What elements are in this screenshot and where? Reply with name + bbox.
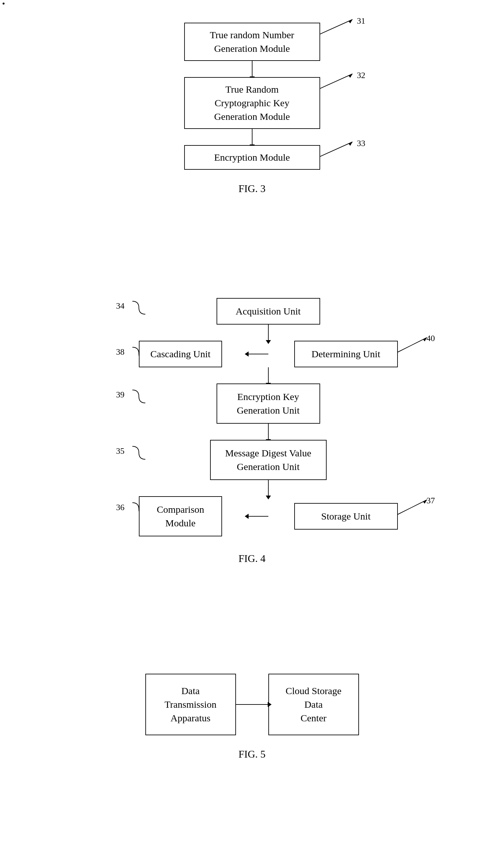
fig4-encryption-key-text: Encryption KeyGeneration Unit bbox=[237, 391, 300, 416]
ref39-bracket bbox=[123, 388, 148, 405]
svg-line-6 bbox=[398, 337, 427, 352]
fig5-box1-text: Data TransmissionApparatus bbox=[164, 685, 217, 723]
fig4-ref40: 40 bbox=[427, 334, 435, 343]
ref35-bracket bbox=[123, 445, 148, 461]
fig4-ref37: 37 bbox=[427, 496, 435, 506]
fig3-diagram: True random Number Generation Module 31 bbox=[139, 13, 365, 170]
fig4-label: FIG. 4 bbox=[0, 552, 504, 565]
fig3-box2-text: True RandomCryptographic KeyGeneration M… bbox=[214, 84, 290, 122]
svg-line-2 bbox=[320, 74, 353, 88]
dot-decoration bbox=[3, 3, 4, 4]
fig4-encryption-key-box: Encryption KeyGeneration Unit bbox=[217, 384, 320, 424]
fig4-storage-text: Storage Unit bbox=[321, 511, 370, 522]
fig3-ref31: 31 bbox=[357, 16, 365, 26]
fig3-label: FIG. 3 bbox=[238, 183, 266, 195]
fig4-section: 34 Acquisition Unit 38 bbox=[0, 295, 504, 661]
fig4-message-digest-text: Message Digest ValueGeneration Unit bbox=[225, 448, 311, 472]
fig4-cascading-text: Cascading Unit bbox=[150, 349, 211, 359]
fig4-message-digest-box: Message Digest ValueGeneration Unit bbox=[210, 440, 327, 480]
fig4-acquisition-box: Acquisition Unit bbox=[217, 298, 320, 324]
page-container: True random Number Generation Module 31 bbox=[0, 0, 504, 847]
ref34-bracket bbox=[123, 300, 148, 316]
fig5-box2: Cloud Storage DataCenter bbox=[268, 674, 359, 735]
fig3-box3: Encryption Module bbox=[184, 145, 320, 170]
fig4-cascading-box: Cascading Unit bbox=[139, 341, 222, 367]
fig4-acquisition-text: Acquisition Unit bbox=[236, 306, 301, 316]
fig5-box1: Data TransmissionApparatus bbox=[145, 674, 236, 735]
fig3-ref33: 33 bbox=[357, 139, 365, 148]
fig3-box2: True RandomCryptographic KeyGeneration M… bbox=[184, 77, 320, 129]
fig3-box3-text: Encryption Module bbox=[214, 152, 290, 163]
svg-line-8 bbox=[398, 500, 427, 514]
fig5-box2-text: Cloud Storage DataCenter bbox=[286, 685, 342, 723]
fig4-determining-box: Determining Unit bbox=[294, 341, 398, 367]
fig4-storage-box: Storage Unit bbox=[294, 503, 398, 530]
svg-line-0 bbox=[320, 19, 353, 34]
fig5-section: Data TransmissionApparatus Cloud Storage… bbox=[0, 661, 504, 790]
fig3-section: True random Number Generation Module 31 bbox=[0, 13, 504, 295]
fig4-comparison-text: Comparison Module bbox=[157, 504, 204, 528]
fig4-comparison-box: Comparison Module bbox=[139, 496, 222, 536]
svg-line-4 bbox=[320, 142, 353, 156]
fig5-label: FIG. 5 bbox=[0, 748, 504, 760]
fig3-box1-text: True random Number Generation Module bbox=[210, 30, 294, 54]
fig3-box1: True random Number Generation Module bbox=[184, 23, 320, 61]
fig4-determining-text: Determining Unit bbox=[311, 349, 380, 359]
fig3-ref32: 32 bbox=[357, 71, 365, 80]
